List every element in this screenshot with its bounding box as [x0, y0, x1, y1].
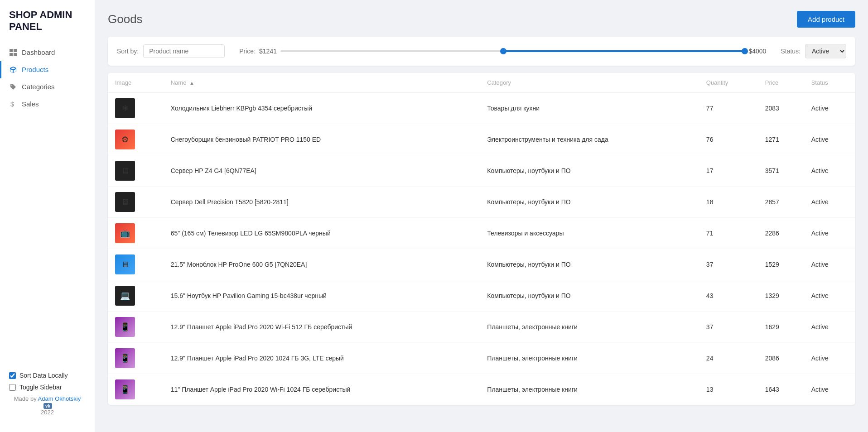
product-thumb-4: 📺: [115, 223, 135, 243]
add-product-button[interactable]: Add product: [797, 11, 855, 28]
sidebar-nav: Dashboard Products Categories $ Sales: [0, 44, 95, 113]
cell-category-7: Планшеты, электронные книги: [480, 312, 699, 343]
cell-quantity-2: 17: [699, 155, 758, 187]
cell-image-9: 📱: [108, 374, 164, 405]
svg-rect-0: [10, 49, 13, 52]
price-max-value: $4000: [748, 48, 766, 55]
cell-category-1: Электроинструменты и техника для сада: [480, 124, 699, 155]
table-row: 💻 15.6" Ноутбук HP Pavilion Gaming 15-bc…: [108, 280, 855, 312]
product-thumb-5: 🖥: [115, 254, 135, 274]
table-body: ❄ Холодильник Liebherr KBPgb 4354 серебр…: [108, 93, 855, 405]
cell-status-1: Active: [804, 124, 855, 155]
price-range-thumb-right[interactable]: [742, 48, 748, 54]
table-row: 📱 12.9" Планшет Apple iPad Pro 2020 Wi-F…: [108, 312, 855, 343]
cell-category-3: Компьютеры, ноутбуки и ПО: [480, 187, 699, 218]
cell-category-0: Товары для кухни: [480, 93, 699, 124]
sidebar-item-products-label: Products: [22, 66, 48, 73]
table-row: 📺 65" (165 см) Телевизор LED LG 65SM9800…: [108, 218, 855, 249]
cell-quantity-3: 18: [699, 187, 758, 218]
price-label: Price:: [239, 48, 256, 55]
cell-price-2: 3571: [758, 155, 804, 187]
cell-name-3: Сервер Dell Precision T5820 [5820-2811]: [164, 187, 480, 218]
status-filter-group: Status: Active Inactive All: [781, 44, 846, 58]
sidebar-item-categories[interactable]: Categories: [0, 78, 95, 96]
cell-status-0: Active: [804, 93, 855, 124]
cell-category-6: Компьютеры, ноутбуки и ПО: [480, 280, 699, 312]
cell-status-3: Active: [804, 187, 855, 218]
dollar-icon: $: [9, 100, 17, 108]
cell-price-4: 2286: [758, 218, 804, 249]
cell-price-7: 1629: [758, 312, 804, 343]
price-filter-group: Price: $1241 $4000: [239, 48, 766, 55]
svg-rect-3: [14, 53, 17, 56]
cell-quantity-1: 76: [699, 124, 758, 155]
made-by-link[interactable]: Adam Okhotskiy: [38, 395, 81, 402]
cell-image-3: 🖥: [108, 187, 164, 218]
sidebar-item-dashboard-label: Dashboard: [22, 48, 55, 56]
toggle-sidebar-checkbox[interactable]: [9, 384, 16, 391]
cell-name-4: 65" (165 см) Телевизор LED LG 65SM9800PL…: [164, 218, 480, 249]
cell-quantity-5: 37: [699, 249, 758, 280]
page-title: Goods: [108, 12, 143, 26]
price-range-thumb-left[interactable]: [500, 48, 506, 54]
sidebar-item-sales-label: Sales: [22, 100, 39, 108]
product-thumb-0: ❄: [115, 98, 135, 118]
table: Image Name ▲ Category Quantity Price Sta…: [108, 73, 855, 405]
product-thumb-2: 🖥: [115, 161, 135, 181]
product-thumb-8: 📱: [115, 348, 135, 368]
cell-category-4: Телевизоры и аксессуары: [480, 218, 699, 249]
cell-category-9: Планшеты, электронные книги: [480, 374, 699, 405]
cell-quantity-4: 71: [699, 218, 758, 249]
cell-price-5: 1529: [758, 249, 804, 280]
table-row: 🖥 21.5" Моноблок HP ProOne 600 G5 [7QN20…: [108, 249, 855, 280]
svg-text:$: $: [10, 101, 14, 108]
sort-data-locally-row[interactable]: Sort Data Locally: [9, 372, 86, 379]
cell-image-0: ❄: [108, 93, 164, 124]
cell-status-5: Active: [804, 249, 855, 280]
col-category: Category: [480, 73, 699, 93]
cell-quantity-8: 24: [699, 343, 758, 374]
sort-arrow-name: ▲: [189, 80, 194, 86]
cell-name-9: 11" Планшет Apple iPad Pro 2020 Wi-Fi 10…: [164, 374, 480, 405]
col-name[interactable]: Name ▲: [164, 73, 480, 93]
sidebar-item-dashboard[interactable]: Dashboard: [0, 44, 95, 61]
cell-status-2: Active: [804, 155, 855, 187]
table-row: ⚙ Снегоуборщик бензиновый PATRIOT PRO 11…: [108, 124, 855, 155]
cell-image-5: 🖥: [108, 249, 164, 280]
sidebar-item-products[interactable]: Products: [0, 61, 95, 78]
cell-status-9: Active: [804, 374, 855, 405]
status-select[interactable]: Active Inactive All: [805, 44, 846, 58]
box-icon: [9, 66, 17, 74]
table-row: ❄ Холодильник Liebherr KBPgb 4354 серебр…: [108, 93, 855, 124]
cell-name-2: Сервер HP Z4 G4 [6QN77EA]: [164, 155, 480, 187]
cell-image-2: 🖥: [108, 155, 164, 187]
made-by: Made by Adam Okhotskiy vk 2022: [9, 395, 86, 416]
sort-input[interactable]: [143, 44, 225, 58]
table-row: 🖥 Сервер Dell Precision T5820 [5820-2811…: [108, 187, 855, 218]
grid-icon: [9, 48, 17, 57]
svg-rect-2: [10, 53, 13, 56]
page-header: Goods Add product: [108, 11, 855, 28]
cell-price-9: 1643: [758, 374, 804, 405]
table-row: 📱 11" Планшет Apple iPad Pro 2020 Wi-Fi …: [108, 374, 855, 405]
cell-name-6: 15.6" Ноутбук HP Pavilion Gaming 15-bc43…: [164, 280, 480, 312]
sort-filter-group: Sort by:: [117, 44, 225, 58]
cell-price-6: 1329: [758, 280, 804, 312]
cell-image-7: 📱: [108, 312, 164, 343]
cell-category-2: Компьютеры, ноутбуки и ПО: [480, 155, 699, 187]
sidebar-item-categories-label: Categories: [22, 83, 55, 91]
price-range-track[interactable]: [280, 50, 745, 52]
toggle-sidebar-label: Toggle Sidebar: [19, 384, 62, 391]
sidebar-item-sales[interactable]: $ Sales: [0, 96, 95, 113]
vk-icon: vk: [43, 403, 52, 409]
sort-data-locally-checkbox[interactable]: [9, 372, 16, 379]
cell-image-1: ⚙: [108, 124, 164, 155]
cell-status-6: Active: [804, 280, 855, 312]
cell-category-5: Компьютеры, ноутбуки и ПО: [480, 249, 699, 280]
toggle-sidebar-row[interactable]: Toggle Sidebar: [9, 384, 86, 391]
product-thumb-6: 💻: [115, 286, 135, 306]
cell-name-0: Холодильник Liebherr KBPgb 4354 серебрис…: [164, 93, 480, 124]
cell-name-1: Снегоуборщик бензиновый PATRIOT PRO 1150…: [164, 124, 480, 155]
sidebar-title: SHOP ADMIN PANEL: [0, 9, 95, 44]
sidebar: SHOP ADMIN PANEL Dashboard Products Cate…: [0, 0, 95, 432]
